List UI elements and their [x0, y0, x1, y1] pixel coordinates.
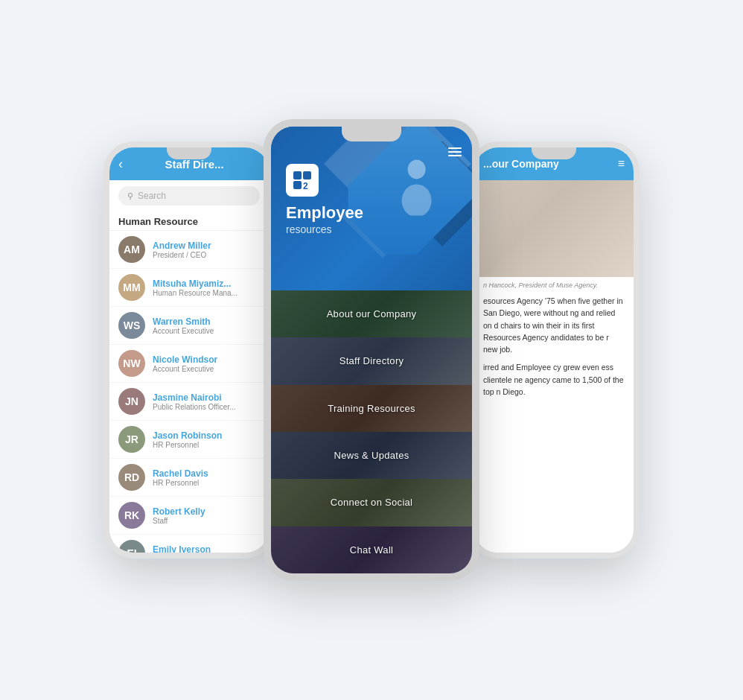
svg-point-1 — [402, 184, 432, 215]
right-caption: n Hancock, President of Muse Agency. — [474, 277, 634, 292]
staff-role: Account Executive — [153, 365, 217, 373]
staff-info: Warren Smith Account Executive — [153, 316, 214, 335]
menu-item-label: News & Updates — [334, 450, 409, 461]
menu-item[interactable]: Training Resources — [271, 385, 472, 432]
menu-item[interactable]: Staff Directory — [271, 337, 472, 384]
meeting-photo — [474, 180, 634, 277]
menu-item-label: Staff Directory — [339, 355, 404, 366]
staff-avatar: WS — [118, 312, 145, 339]
svg-rect-4 — [293, 181, 302, 189]
staff-avatar: RK — [118, 502, 145, 529]
section-header: Human Resource — [109, 211, 269, 231]
menu-item-label: Connect on Social — [331, 497, 413, 508]
center-hero: 2 Employee resources — [271, 127, 472, 290]
staff-item[interactable]: RD Rachel Davis HR Personnel — [109, 459, 269, 497]
center-menu: About our Company Staff Directory Traini… — [271, 290, 472, 573]
staff-item[interactable]: MM Mitsuha Miyamiz... Human Resource Man… — [109, 269, 269, 307]
left-header-title: Staff Dire... — [129, 158, 260, 171]
logo-svg: 2 — [292, 170, 313, 191]
staff-avatar: JN — [118, 388, 145, 415]
staff-role: Public Relations Officer... — [153, 403, 236, 411]
left-phone-notch — [167, 147, 211, 159]
left-phone: ‹ Staff Dire... ⚲ Search Human Resource … — [103, 141, 275, 559]
menu-bar-3 — [448, 155, 462, 156]
hero-logo: 2 Employee resources — [286, 164, 363, 235]
staff-item[interactable]: EI Emily Iverson Staff — [109, 535, 269, 553]
search-placeholder: Search — [138, 191, 166, 201]
staff-role: Human Resource Mana... — [153, 289, 237, 297]
menu-item-label: Training Resources — [328, 403, 415, 414]
svg-text:2: 2 — [303, 181, 308, 191]
menu-item-label: About our Company — [327, 308, 417, 319]
staff-role: President / CEO — [153, 251, 211, 259]
staff-avatar: RD — [118, 464, 145, 491]
right-text-content: esources Agency '75 when five gether in … — [474, 292, 634, 553]
right-phone-content: ...our Company ≡ — [474, 147, 634, 553]
staff-role: Account Executive — [153, 327, 214, 335]
staff-name: Nicole Windsor — [153, 354, 217, 365]
staff-avatar: EI — [118, 540, 145, 553]
right-paragraph: irred and Employee cy grew even ess clie… — [483, 361, 625, 398]
staff-avatar: JR — [118, 426, 145, 453]
menu-bar-1 — [448, 147, 462, 149]
staff-avatar: AM — [118, 236, 145, 263]
staff-info: Jason Robinson HR Personnel — [153, 430, 222, 449]
scene: ‹ Staff Dire... ⚲ Search Human Resource … — [111, 30, 632, 670]
back-button[interactable]: ‹ — [118, 156, 123, 172]
staff-name: Robert Kelly — [153, 506, 205, 517]
logo-icon: 2 — [286, 164, 319, 197]
svg-rect-3 — [303, 171, 311, 179]
center-phone: 2 Employee resources About our Company S… — [264, 119, 479, 581]
right-paragraph: esources Agency '75 when five gether in … — [483, 295, 625, 355]
search-icon: ⚲ — [127, 191, 133, 201]
staff-item[interactable]: NW Nicole Windsor Account Executive — [109, 345, 269, 383]
svg-rect-2 — [293, 171, 302, 179]
right-header-title: ...our Company — [483, 158, 618, 170]
staff-info: Jasmine Nairobi Public Relations Officer… — [153, 392, 236, 411]
staff-name: Emily Iverson — [153, 544, 211, 553]
left-phone-content: ‹ Staff Dire... ⚲ Search Human Resource … — [109, 147, 269, 553]
hamburger-menu[interactable] — [448, 147, 462, 156]
right-phone: ...our Company ≡ — [468, 141, 640, 559]
svg-point-0 — [408, 159, 426, 179]
center-phone-notch — [342, 127, 401, 141]
staff-item[interactable]: RK Robert Kelly Staff — [109, 497, 269, 535]
staff-name: Jason Robinson — [153, 430, 222, 441]
center-phone-content: 2 Employee resources About our Company S… — [271, 127, 472, 573]
staff-name: Rachel Davis — [153, 468, 208, 479]
staff-info: Robert Kelly Staff — [153, 506, 205, 525]
person-silhouette — [395, 156, 439, 215]
hero-subtitle: resources — [286, 223, 363, 235]
staff-info: Emily Iverson Staff — [153, 544, 211, 553]
menu-item[interactable]: News & Updates — [271, 432, 472, 479]
staff-item[interactable]: JN Jasmine Nairobi Public Relations Offi… — [109, 383, 269, 421]
staff-item[interactable]: AM Andrew Miller President / CEO — [109, 231, 269, 269]
staff-item[interactable]: JR Jason Robinson HR Personnel — [109, 421, 269, 459]
staff-info: Nicole Windsor Account Executive — [153, 354, 217, 373]
staff-avatar: NW — [118, 350, 145, 377]
staff-name: Andrew Miller — [153, 241, 211, 251]
staff-info: Rachel Davis HR Personnel — [153, 468, 208, 487]
menu-item-label: Chat Wall — [350, 544, 394, 556]
right-phone-notch — [532, 147, 576, 159]
search-input-box[interactable]: ⚲ Search — [118, 186, 260, 206]
menu-bar-2 — [448, 151, 462, 153]
menu-item[interactable]: Connect on Social — [271, 479, 472, 526]
search-bar: ⚲ Search — [109, 180, 269, 211]
right-hamburger-icon[interactable]: ≡ — [618, 157, 625, 171]
menu-item[interactable]: Chat Wall — [271, 526, 472, 573]
hero-title: Employee — [286, 204, 363, 222]
staff-role: Staff — [153, 517, 205, 525]
staff-name: Mitsuha Miyamiz... — [153, 279, 237, 289]
staff-name: Warren Smith — [153, 316, 214, 327]
menu-item[interactable]: About our Company — [271, 290, 472, 337]
staff-info: Andrew Miller President / CEO — [153, 241, 211, 259]
staff-list: AM Andrew Miller President / CEO MM Mits… — [109, 231, 269, 553]
staff-role: HR Personnel — [153, 441, 222, 449]
staff-info: Mitsuha Miyamiz... Human Resource Mana..… — [153, 279, 237, 297]
staff-name: Jasmine Nairobi — [153, 392, 236, 403]
staff-item[interactable]: WS Warren Smith Account Executive — [109, 307, 269, 345]
staff-avatar: MM — [118, 274, 145, 301]
staff-role: HR Personnel — [153, 479, 208, 487]
meeting-bg — [474, 180, 634, 277]
